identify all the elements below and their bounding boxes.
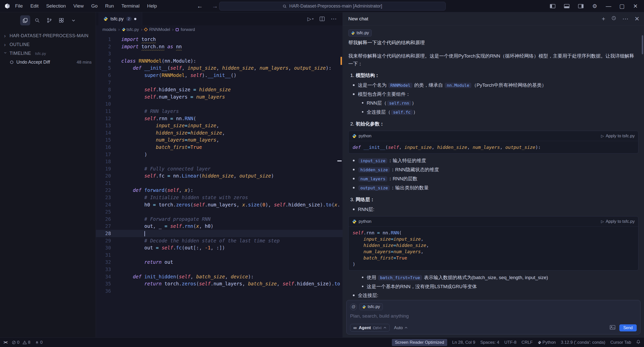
- line-number[interactable]: 11: [96, 108, 111, 115]
- line-number[interactable]: 21: [96, 180, 111, 187]
- code-line[interactable]: 24 h0 = torch.zeros(self.num_layers, x.s…: [96, 201, 343, 208]
- code-line[interactable]: 13 input_size=input_size,: [96, 122, 343, 129]
- code-editor[interactable]: 1import torch2import torch.nn as nn34cla…: [96, 34, 343, 337]
- context-chip[interactable]: tsfc.py: [348, 29, 372, 36]
- line-number[interactable]: 18: [96, 158, 111, 165]
- code-line[interactable]: 8 self.hidden_size = hidden_size: [96, 86, 343, 93]
- code-line[interactable]: 36: [96, 287, 343, 295]
- code-line[interactable]: 28: [96, 230, 343, 237]
- line-number[interactable]: 3: [96, 50, 111, 57]
- menu-edit[interactable]: Edit: [30, 3, 39, 9]
- menu-run[interactable]: Run: [105, 3, 114, 9]
- code-line[interactable]: 10: [96, 100, 343, 108]
- chevron-down-icon[interactable]: [68, 15, 79, 25]
- problems-indicator[interactable]: 0 8: [12, 340, 30, 345]
- code-line[interactable]: 35 return torch.zeros(self.num_layers, b…: [96, 280, 343, 287]
- line-number[interactable]: 20: [96, 172, 111, 180]
- line-number[interactable]: 12: [96, 115, 111, 122]
- attach-image-icon[interactable]: [610, 325, 615, 331]
- line-number[interactable]: 15: [96, 136, 111, 144]
- code-line[interactable]: 18: [96, 158, 343, 165]
- code-line[interactable]: 26 # Forward propagate RNN: [96, 215, 343, 223]
- layout-sidebar-right-icon[interactable]: [578, 4, 584, 8]
- line-number[interactable]: 26: [96, 215, 111, 223]
- chat-prompt-input[interactable]: [350, 313, 637, 319]
- eol-setting[interactable]: CRLF: [521, 340, 533, 345]
- new-chat-icon[interactable]: +: [602, 15, 605, 22]
- line-number[interactable]: 32: [96, 258, 111, 266]
- model-selector[interactable]: Auto: [394, 325, 407, 330]
- code-line[interactable]: 5 def __init__(self, input_size, hidden_…: [96, 64, 343, 72]
- line-number[interactable]: 29: [96, 237, 111, 244]
- code-line[interactable]: 22 def forward(self, x):: [96, 187, 343, 194]
- cursor-position[interactable]: Ln 28, Col 9: [452, 340, 475, 345]
- breadcrumb-file[interactable]: tsfc.py: [122, 27, 139, 32]
- remote-indicator-icon[interactable]: ><: [4, 340, 7, 345]
- code-line[interactable]: 4class RNNModel(nn.Module):: [96, 57, 343, 65]
- search-sidebar-icon[interactable]: [32, 15, 42, 25]
- breadcrumb-folder[interactable]: models: [102, 27, 116, 32]
- line-number[interactable]: 7: [96, 79, 111, 86]
- apply-button[interactable]: ▷Apply to tsfc.py: [601, 134, 635, 139]
- breadcrumb-class[interactable]: RNNModel: [144, 27, 170, 32]
- more-actions-icon[interactable]: ⋯: [331, 15, 337, 22]
- source-control-icon[interactable]: [44, 15, 54, 25]
- close-panel-icon[interactable]: ✕: [634, 15, 639, 22]
- line-number[interactable]: 23: [96, 194, 111, 201]
- line-number[interactable]: 9: [96, 93, 111, 101]
- code-line[interactable]: 17 ): [96, 151, 343, 158]
- cursor-tab-toggle[interactable]: Cursor Tab: [610, 340, 631, 345]
- menu-go[interactable]: Go: [91, 3, 97, 9]
- menu-help[interactable]: Help: [147, 3, 157, 9]
- code-line[interactable]: 9 self.num_layers = num_layers: [96, 93, 343, 101]
- line-number[interactable]: 4: [96, 57, 111, 65]
- breadcrumb-method[interactable]: forward: [176, 27, 195, 32]
- indentation-setting[interactable]: Spaces: 4: [480, 340, 499, 345]
- maximize-button[interactable]: ▢: [619, 3, 624, 10]
- agent-mode-selector[interactable]: ∞ Agent Ctrl+I: [350, 324, 390, 332]
- code-line[interactable]: 27 out, _ = self.rnn(x, h0): [96, 223, 343, 230]
- layout-panel-icon[interactable]: [564, 4, 570, 8]
- line-number[interactable]: 34: [96, 273, 111, 280]
- chat-scrollbar[interactable]: [642, 35, 643, 54]
- line-number[interactable]: 2: [96, 43, 111, 50]
- history-icon[interactable]: [611, 16, 616, 22]
- notifications-bell-icon[interactable]: [636, 340, 640, 345]
- code-line[interactable]: 7: [96, 79, 343, 86]
- line-number[interactable]: 8: [96, 86, 111, 93]
- line-number[interactable]: 24: [96, 201, 111, 208]
- tree-section-outline[interactable]: › OUTLINE: [0, 40, 96, 49]
- python-interpreter[interactable]: 3.12.9 ('.conda': conda): [561, 340, 605, 345]
- screen-reader-toggle[interactable]: Screen Reader Optimized: [392, 339, 447, 346]
- encoding-setting[interactable]: UTF-8: [504, 340, 516, 345]
- line-number[interactable]: 25: [96, 208, 111, 215]
- apply-button[interactable]: ▷Apply to tsfc.py: [601, 219, 635, 224]
- send-button[interactable]: Send: [619, 324, 637, 331]
- code-line[interactable]: 20 self.fc = nn.Linear(hidden_size, outp…: [96, 172, 343, 180]
- explorer-icon[interactable]: [20, 15, 30, 25]
- more-options-icon[interactable]: ⋯: [622, 15, 628, 22]
- code-line[interactable]: 1import torch: [96, 36, 343, 43]
- ports-indicator[interactable]: 0: [35, 340, 43, 345]
- mention-icon[interactable]: @: [350, 303, 357, 310]
- code-line[interactable]: 3: [96, 50, 343, 57]
- menu-file[interactable]: File: [15, 3, 23, 9]
- line-number[interactable]: 22: [96, 187, 111, 194]
- code-line[interactable]: 11 # RNN layers: [96, 108, 343, 115]
- line-number[interactable]: 30: [96, 244, 111, 251]
- minimize-button[interactable]: —: [606, 3, 611, 10]
- code-line[interactable]: 32 return out: [96, 258, 343, 266]
- command-center-search[interactable]: HAR-Dataset-Preprocess-main [Administrat…: [219, 2, 446, 11]
- menu-view[interactable]: View: [73, 3, 84, 9]
- line-number[interactable]: 33: [96, 266, 111, 273]
- tree-section-timeline[interactable]: › TIMELINE tsfc.py: [0, 49, 96, 58]
- code-line[interactable]: 30 out = self.fc(out[:, -1, :]): [96, 244, 343, 251]
- timeline-entry[interactable]: Undo Accept Diff 48 mins: [0, 58, 96, 67]
- extensions-icon[interactable]: [56, 15, 66, 25]
- line-number[interactable]: 10: [96, 100, 111, 108]
- line-number[interactable]: 35: [96, 280, 111, 287]
- line-number[interactable]: 27: [96, 223, 111, 230]
- line-number[interactable]: 17: [96, 151, 111, 158]
- layout-sidebar-left-icon[interactable]: [550, 4, 555, 8]
- forward-icon[interactable]: →: [212, 3, 218, 10]
